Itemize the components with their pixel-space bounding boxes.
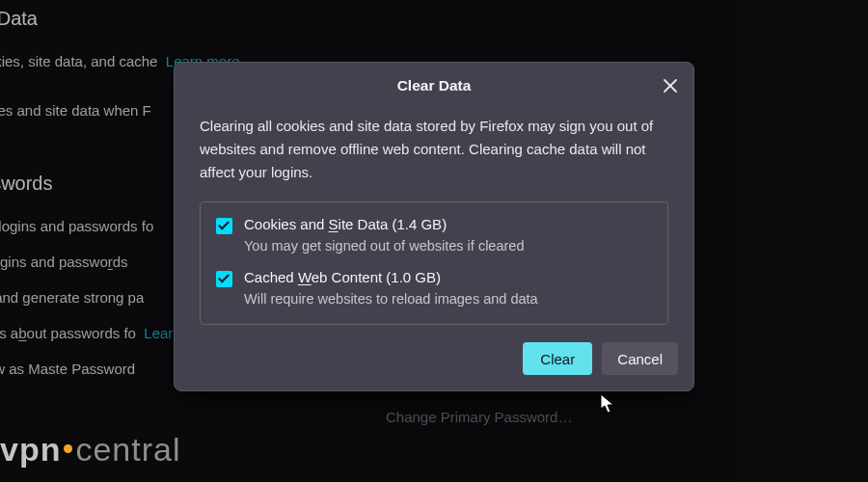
cookies-label: Cookies and Site Data (1.4 GB) [244,216,652,232]
clear-button[interactable]: Clear [523,342,592,375]
clear-data-dialog: Clear Data Clearing all cookies and site… [174,62,694,391]
dialog-header: Clear Data [175,63,693,109]
dialog-footer: Clear Cancel [175,342,693,390]
option-cached-content[interactable]: Cached Web Content (1.0 GB) Will require… [216,269,652,307]
option-cookies-site-data[interactable]: Cookies and Site Data (1.4 GB) You may g… [216,216,652,254]
cancel-button[interactable]: Cancel [602,342,678,375]
close-button[interactable] [657,72,684,99]
watermark-dot-icon [64,444,72,453]
modal-overlay: Clear Data Clearing all cookies and site… [0,0,868,482]
close-icon [664,79,677,93]
cookies-checkbox[interactable] [216,218,232,234]
watermark-logo: vpn central [0,431,181,469]
clear-options-group: Cookies and Site Data (1.4 GB) You may g… [200,201,668,325]
dialog-title: Clear Data [397,77,472,94]
cache-checkbox[interactable] [216,271,232,287]
cache-label: Cached Web Content (1.0 GB) [244,269,652,285]
cookies-sublabel: You may get signed out of websites if cl… [244,238,652,254]
dialog-description: Clearing all cookies and site data store… [200,115,668,184]
cache-sublabel: Will require websites to reload images a… [244,291,652,307]
